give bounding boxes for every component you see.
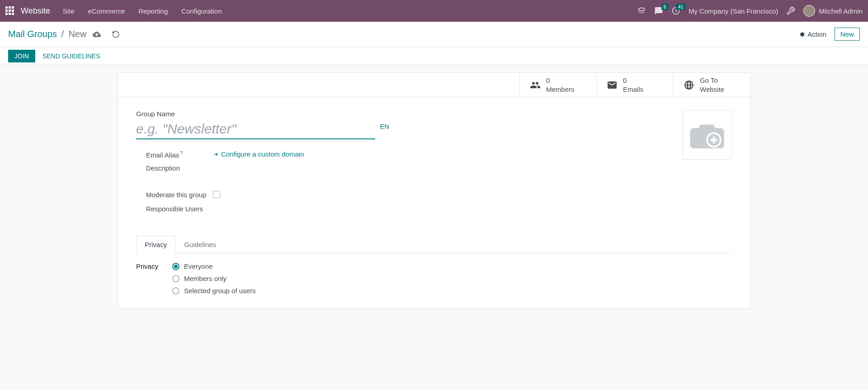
radio-icon <box>172 263 179 270</box>
radio-everyone[interactable]: Everyone <box>172 262 255 270</box>
email-alias-label: Email Alias? <box>136 150 213 159</box>
discard-icon[interactable] <box>112 30 120 38</box>
translate-button[interactable]: EN <box>380 123 389 130</box>
radio-selected-group[interactable]: Selected group of users <box>172 287 255 295</box>
goto-line2: Website <box>700 85 724 94</box>
top-nav: Website Site eCommerce Reporting Configu… <box>0 0 868 22</box>
stat-buttons: 0 Members 0 Emails Go To Web <box>118 73 750 97</box>
group-name-label: Group Name <box>136 110 732 118</box>
user-menu[interactable]: Mitchell Admin <box>803 5 863 17</box>
radio-icon <box>172 275 179 282</box>
status-toolbar: JOIN SEND GUIDELINES <box>0 47 868 65</box>
company-selector[interactable]: My Company (San Francisco) <box>689 7 778 15</box>
stat-members[interactable]: 0 Members <box>519 73 596 97</box>
radio-members-only[interactable]: Members only <box>172 275 255 282</box>
breadcrumb-bar: Mail Groups / New Action New <box>0 22 868 47</box>
tray-icon[interactable] <box>637 6 646 15</box>
stat-emails[interactable]: 0 Emails <box>596 73 673 97</box>
radio-icon <box>172 287 179 295</box>
emails-label: Emails <box>623 85 643 94</box>
arrow-right-icon <box>213 151 219 157</box>
moderate-label: Moderate this group <box>136 191 213 199</box>
breadcrumb-current: New <box>68 29 86 39</box>
moderate-checkbox[interactable] <box>213 191 220 198</box>
members-label: Members <box>546 85 575 94</box>
image-upload[interactable] <box>682 110 732 160</box>
new-button[interactable]: New <box>835 28 860 41</box>
menu-site[interactable]: Site <box>63 7 75 15</box>
members-count: 0 <box>546 76 575 85</box>
emails-count: 0 <box>623 76 643 85</box>
activities-badge: 41 <box>676 4 686 10</box>
responsible-label: Responsible Users <box>136 205 213 213</box>
privacy-label: Privacy <box>136 262 163 270</box>
envelope-icon <box>607 80 618 90</box>
join-button[interactable]: JOIN <box>8 50 35 62</box>
camera-plus-icon <box>689 121 725 148</box>
action-dropdown[interactable]: Action <box>798 30 826 38</box>
app-brand[interactable]: Website <box>21 6 50 16</box>
messages-icon[interactable]: 6 <box>654 6 663 15</box>
menu-ecommerce[interactable]: eCommerce <box>88 7 125 15</box>
menu-configuration[interactable]: Configuration <box>181 7 222 15</box>
avatar <box>803 5 815 17</box>
messages-badge: 6 <box>661 4 669 10</box>
gear-icon <box>798 31 805 38</box>
globe-icon <box>684 80 694 90</box>
help-icon[interactable]: ? <box>180 150 183 156</box>
user-name: Mitchell Admin <box>819 7 863 15</box>
description-label: Description <box>136 164 213 172</box>
breadcrumb-root[interactable]: Mail Groups <box>8 29 57 39</box>
group-name-input[interactable] <box>136 119 375 139</box>
stat-goto-website[interactable]: Go To Website <box>673 73 750 97</box>
menu-reporting[interactable]: Reporting <box>138 7 168 15</box>
tab-privacy[interactable]: Privacy <box>136 236 175 253</box>
tab-guidelines[interactable]: Guidelines <box>175 236 225 253</box>
tab-content-privacy: Privacy Everyone Members only Selected g… <box>118 253 750 308</box>
goto-line1: Go To <box>700 76 724 85</box>
debug-icon[interactable] <box>786 6 795 15</box>
apps-icon[interactable] <box>5 6 14 15</box>
members-icon <box>530 80 541 90</box>
configure-domain-link[interactable]: Configure a custom domain <box>213 150 304 158</box>
activities-icon[interactable]: 41 <box>671 6 680 15</box>
save-cloud-icon[interactable] <box>93 30 101 38</box>
breadcrumb-sep: / <box>61 29 64 39</box>
form-sheet: 0 Members 0 Emails Go To Web <box>118 72 750 309</box>
main-menu: Site eCommerce Reporting Configuration <box>63 7 222 15</box>
send-guidelines-button[interactable]: SEND GUIDELINES <box>42 52 100 60</box>
tabs: Privacy Guidelines <box>136 236 732 253</box>
